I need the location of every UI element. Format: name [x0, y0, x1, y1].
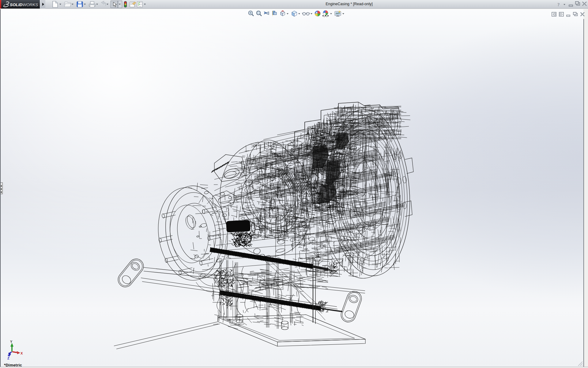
- svg-text:SOLIDWORKS: SOLIDWORKS: [10, 2, 38, 7]
- svg-text:?: ?: [557, 2, 560, 7]
- svg-text:Z: Z: [7, 356, 9, 360]
- svg-text:Y: Y: [10, 340, 13, 343]
- svg-text:X: X: [21, 351, 23, 355]
